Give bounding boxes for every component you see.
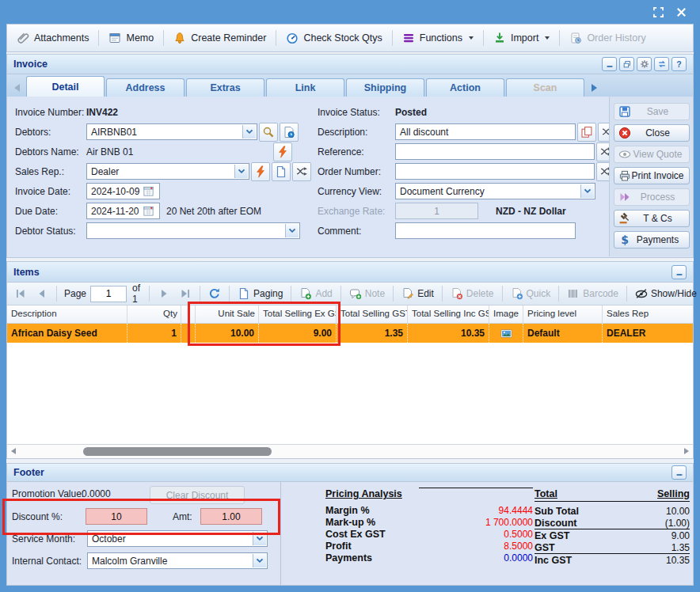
paging-button[interactable]: Paging: [234, 285, 287, 302]
col-description[interactable]: Description: [7, 305, 127, 323]
col-total-selling-gst[interactable]: Total Selling GST: [337, 305, 408, 323]
edit-button[interactable]: Edit: [398, 285, 438, 302]
scroll-right-icon[interactable]: [684, 448, 689, 454]
tab-link[interactable]: Link: [266, 78, 344, 97]
order-number-input[interactable]: [395, 163, 595, 180]
help-icon[interactable]: ?: [671, 57, 687, 71]
chevron-down-icon[interactable]: [242, 125, 256, 139]
prev-page-button[interactable]: [32, 285, 52, 302]
col-qty[interactable]: Qty: [127, 305, 181, 323]
page-icon: [238, 287, 250, 300]
close-button[interactable]: Close: [614, 124, 690, 142]
collapse-icon[interactable]: [671, 465, 687, 480]
page-input[interactable]: [90, 286, 127, 302]
show-hide-button[interactable]: Show/Hide: [631, 285, 700, 302]
debtor-info-button[interactable]: [280, 123, 299, 142]
total-row-gst: GST1.35: [535, 541, 690, 554]
tab-detail[interactable]: Detail: [26, 76, 105, 97]
create-reminder-button[interactable]: Create Reminder: [167, 28, 272, 47]
cell-description: African Daisy Seed: [7, 324, 127, 343]
chevron-down-icon[interactable]: [253, 532, 266, 545]
refresh-button[interactable]: [204, 285, 225, 302]
due-date-input[interactable]: 2024-11-20: [86, 203, 160, 219]
search-button[interactable]: [259, 123, 278, 142]
print-invoice-button[interactable]: Print Invoice: [614, 167, 690, 184]
calendar-icon[interactable]: [142, 184, 155, 198]
reference-input[interactable]: [395, 143, 595, 160]
chevron-down-icon[interactable]: [234, 165, 248, 178]
refresh-icon[interactable]: [654, 57, 669, 71]
copy-description-button[interactable]: [577, 123, 596, 142]
scrollbar-thumb[interactable]: [83, 447, 272, 456]
discount-amount-input[interactable]: [200, 508, 262, 525]
cost-ex-gst-label: Cost Ex GST: [325, 529, 454, 540]
quick-action-button[interactable]: [273, 142, 292, 161]
invoice-date-input[interactable]: 2024-10-09: [86, 183, 160, 199]
title-bar: [0, 0, 700, 24]
bell-icon: [173, 32, 186, 44]
cell-image[interactable]: [489, 324, 523, 343]
check-stock-button[interactable]: Check Stock Qtys: [280, 28, 388, 47]
col-sales-rep[interactable]: Sales Rep: [603, 305, 687, 323]
reference-label: Reference:: [318, 146, 395, 157]
first-page-button[interactable]: [10, 285, 31, 302]
tab-shipping[interactable]: Shipping: [346, 78, 424, 97]
functions-label: Functions: [420, 32, 462, 44]
debtors-select[interactable]: AIRBNB01: [86, 123, 257, 140]
discount-percent-input[interactable]: [86, 508, 147, 525]
restore-icon[interactable]: [619, 57, 634, 71]
last-page-button[interactable]: [175, 285, 196, 302]
gear-icon[interactable]: [637, 57, 652, 71]
rep-quick-action-button[interactable]: [251, 162, 270, 181]
description-input[interactable]: All discount: [395, 123, 576, 140]
service-month-select[interactable]: October: [87, 530, 268, 547]
expand-icon[interactable]: [652, 6, 664, 18]
arrow-right-icon: [592, 84, 597, 92]
horizontal-scrollbar[interactable]: [7, 444, 693, 458]
barcode-label: Barcode: [583, 288, 618, 299]
currency-view-select[interactable]: Document Currency: [395, 183, 595, 199]
sales-rep-select[interactable]: Dealer: [86, 163, 249, 180]
eye-slash-icon: [635, 287, 648, 300]
calendar-icon[interactable]: [142, 204, 155, 218]
divider: [340, 286, 341, 302]
chevron-down-icon[interactable]: [580, 184, 594, 198]
chevron-down-icon[interactable]: [285, 224, 299, 237]
collapse-icon[interactable]: [671, 265, 687, 279]
tcs-button[interactable]: T & Cs: [614, 210, 690, 227]
internal-contact-select[interactable]: Malcolm Granville: [87, 552, 268, 569]
col-unit-sale[interactable]: Unit Sale: [196, 305, 259, 323]
tab-scroll-left-button[interactable]: [8, 78, 25, 97]
edit-label: Edit: [417, 288, 434, 299]
col-total-selling-ex-gst[interactable]: Total Selling Ex GST: [259, 305, 337, 323]
col-spacer: [181, 305, 196, 323]
import-label: Import: [511, 32, 538, 44]
attachments-button[interactable]: Attachments: [10, 28, 95, 47]
table-row[interactable]: African Daisy Seed 1 10.00 9.00 1.35 10.…: [7, 324, 693, 343]
divider: [393, 286, 394, 302]
col-pricing-level[interactable]: Pricing level: [523, 305, 603, 323]
scroll-left-icon[interactable]: [11, 448, 16, 454]
rep-page-button[interactable]: [272, 162, 291, 181]
functions-button[interactable]: Functions: [396, 28, 480, 47]
col-total-selling-inc-gst[interactable]: Total Selling Inc GS: [408, 305, 489, 323]
tab-action[interactable]: Action: [426, 78, 504, 97]
tab-scroll-right-button[interactable]: [585, 78, 603, 97]
memo-button[interactable]: Memo: [102, 28, 160, 47]
payments-button[interactable]: Payments: [614, 231, 690, 249]
chevron-down-icon[interactable]: [253, 554, 266, 567]
close-icon[interactable]: [675, 6, 687, 18]
debtor-status-select[interactable]: [86, 222, 300, 239]
rep-shuffle-button[interactable]: [292, 162, 311, 181]
divider: [442, 286, 443, 302]
collapse-icon[interactable]: [602, 57, 617, 71]
col-image[interactable]: Image: [489, 305, 523, 323]
comment-input[interactable]: [395, 222, 576, 239]
internal-contact-label: Internal Contact:: [12, 556, 82, 567]
pricing-analysis-block: Pricing Analysis Margin %94.4444 Mark-up…: [325, 488, 533, 564]
tab-address[interactable]: Address: [106, 78, 185, 97]
next-page-button[interactable]: [154, 285, 174, 302]
tab-label: Action: [450, 82, 481, 93]
import-button[interactable]: Import: [487, 28, 556, 47]
tab-extras[interactable]: Extras: [186, 78, 264, 97]
